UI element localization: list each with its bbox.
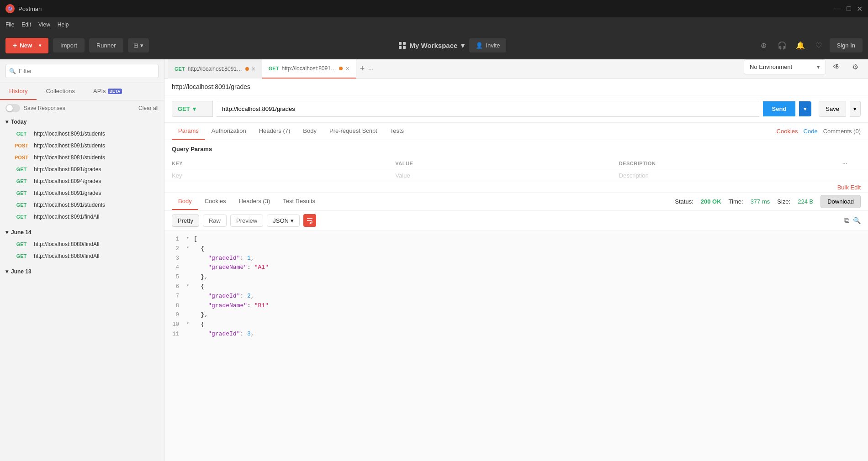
res-tab-testresults[interactable]: Test Results — [276, 193, 322, 210]
workspace-label: My Workspace — [410, 42, 458, 49]
maximize-button[interactable]: □ — [847, 5, 851, 13]
signin-button[interactable]: Sign In — [830, 38, 863, 52]
params-key-input[interactable]: Key — [172, 172, 395, 179]
satellite-button[interactable]: ⊛ — [757, 38, 771, 53]
clear-all-button[interactable]: Clear all — [138, 105, 159, 111]
method-badge: GET — [13, 253, 30, 259]
list-item[interactable]: GET http://localhost:8091/students — [0, 199, 164, 211]
toggle-6[interactable]: ▾ — [186, 282, 194, 289]
heart-button[interactable]: ♡ — [811, 38, 826, 53]
date-header-june14[interactable]: ▾ June 14 — [0, 226, 164, 238]
menu-view[interactable]: View — [38, 21, 50, 28]
time-label: Time: — [729, 198, 743, 205]
toggle-10[interactable]: ▾ — [186, 320, 194, 327]
list-item[interactable]: GET http://localhost:8091/grades — [0, 187, 164, 199]
format-type-dropdown[interactable]: JSON ▾ — [267, 215, 300, 227]
req-tab-params[interactable]: Params — [172, 123, 205, 140]
tab-apis[interactable]: APIs BETA — [84, 83, 131, 100]
params-row: Key Value Description — [164, 169, 868, 182]
tab-more-button[interactable]: ··· — [368, 65, 373, 72]
close-button[interactable]: ✕ — [857, 5, 863, 13]
send-dropdown-button[interactable]: ▾ — [799, 101, 811, 116]
request-title: http://localhost:8091/grades — [164, 79, 868, 95]
format-preview-button[interactable]: Preview — [230, 215, 263, 227]
res-tab-headers[interactable]: Headers (3) — [233, 193, 277, 210]
menu-edit[interactable]: Edit — [21, 21, 31, 28]
req-tab-prerequest[interactable]: Pre-request Script — [323, 123, 384, 140]
search-input[interactable] — [5, 64, 159, 78]
add-tab-button[interactable]: + — [360, 64, 365, 73]
url-input[interactable] — [217, 101, 759, 117]
tab-students[interactable]: GET http://localhost:8091/students × — [168, 59, 262, 79]
tab-close-icon[interactable]: × — [345, 65, 349, 72]
invite-icon: 👤 — [476, 42, 483, 49]
copy-button[interactable]: ⧉ — [844, 216, 849, 225]
bulk-edit-button[interactable]: Bulk Edit — [837, 184, 861, 191]
req-tab-body[interactable]: Body — [296, 123, 323, 140]
save-button[interactable]: Save — [819, 101, 846, 117]
tab-close-icon[interactable]: × — [252, 65, 255, 73]
date-header-today[interactable]: ▾ Today — [0, 116, 164, 128]
method-badge: GET — [13, 214, 30, 220]
comments-link[interactable]: Comments (0) — [823, 128, 861, 135]
minimize-button[interactable]: — — [834, 5, 841, 13]
menu-help[interactable]: Help — [58, 21, 69, 28]
list-item[interactable]: POST http://localhost:8081/students — [0, 152, 164, 163]
tab-grades[interactable]: GET http://localhost:8091/grades × — [262, 59, 356, 79]
list-item[interactable]: GET http://localhost:8091/findAll — [0, 211, 164, 223]
proxy-chevron: ▾ — [140, 42, 143, 49]
tab-collections[interactable]: Collections — [37, 83, 84, 100]
toggle-2[interactable]: ▾ — [186, 244, 194, 251]
environment-select[interactable]: No Environment ▾ — [744, 59, 826, 74]
workspace-icon — [399, 42, 406, 49]
headphone-button[interactable]: 🎧 — [775, 38, 789, 53]
cookies-link[interactable]: Cookies — [777, 128, 798, 135]
method-selector[interactable]: GET ▾ — [172, 101, 213, 117]
sidebar-search-area: 🔍 — [0, 59, 164, 83]
history-url: http://localhost:8091/students — [34, 142, 105, 149]
import-button[interactable]: Import — [53, 38, 85, 52]
list-item[interactable]: GET http://localhost:8080/findAll — [0, 238, 164, 250]
save-responses-switch[interactable] — [5, 104, 20, 112]
proxy-button[interactable]: ⊞ ▾ — [128, 38, 149, 52]
window-controls[interactable]: — □ ✕ — [834, 5, 863, 13]
code-line-3: 3 "gradeId": 1, — [164, 254, 868, 263]
response-meta: Status: 200 OK Time: 377 ms Size: 224 B … — [675, 195, 861, 208]
tab-history[interactable]: History — [0, 83, 37, 100]
code-link[interactable]: Code — [804, 128, 818, 135]
download-button[interactable]: Download — [820, 195, 861, 208]
code-line-8: 8 "gradeName": "B1" — [164, 301, 868, 311]
params-value-input[interactable]: Value — [395, 172, 619, 179]
list-item[interactable]: GET http://localhost:8091/grades — [0, 163, 164, 175]
params-desc-input[interactable]: Description — [619, 172, 842, 179]
save-dropdown-button[interactable]: ▾ — [850, 101, 861, 117]
code-line-7: 7 "gradeId": 2, — [164, 292, 868, 301]
invite-button[interactable]: 👤 Invite — [469, 38, 506, 52]
format-raw-button[interactable]: Raw — [203, 215, 227, 227]
workspace-button[interactable]: My Workspace ▾ — [399, 42, 465, 50]
env-settings-button[interactable]: ⚙ — [848, 60, 863, 74]
env-eye-button[interactable]: 👁 — [830, 60, 844, 74]
sidebar-tabs: History Collections APIs BETA — [0, 83, 164, 100]
method-badge: GET — [13, 202, 30, 208]
wrap-lines-button[interactable] — [303, 214, 316, 227]
date-header-june13[interactable]: ▾ June 13 — [0, 266, 164, 278]
json-response-viewer: 1 ▾ [ 2 ▾ { 3 "gradeId": 1, — [164, 231, 868, 461]
req-tab-tests[interactable]: Tests — [384, 123, 410, 140]
runner-button[interactable]: Runner — [89, 38, 123, 52]
list-item[interactable]: GET http://localhost:8091/students — [0, 128, 164, 140]
list-item[interactable]: GET http://localhost:8080/findAll — [0, 250, 164, 262]
bell-button[interactable]: 🔔 — [793, 38, 808, 53]
res-tab-body[interactable]: Body — [172, 193, 198, 210]
new-button[interactable]: + New ▾ — [5, 38, 48, 53]
list-item[interactable]: POST http://localhost:8091/students — [0, 140, 164, 152]
toggle-1[interactable]: ▾ — [186, 235, 194, 242]
search-response-button[interactable]: 🔍 — [853, 217, 861, 224]
format-pretty-button[interactable]: Pretty — [172, 215, 199, 227]
req-tab-headers[interactable]: Headers (7) — [253, 123, 297, 140]
req-tab-authorization[interactable]: Authorization — [205, 123, 253, 140]
res-tab-cookies[interactable]: Cookies — [198, 193, 233, 210]
send-button[interactable]: Send — [763, 101, 796, 116]
list-item[interactable]: GET http://localhost:8094/grades — [0, 175, 164, 187]
menu-file[interactable]: File — [5, 21, 14, 28]
